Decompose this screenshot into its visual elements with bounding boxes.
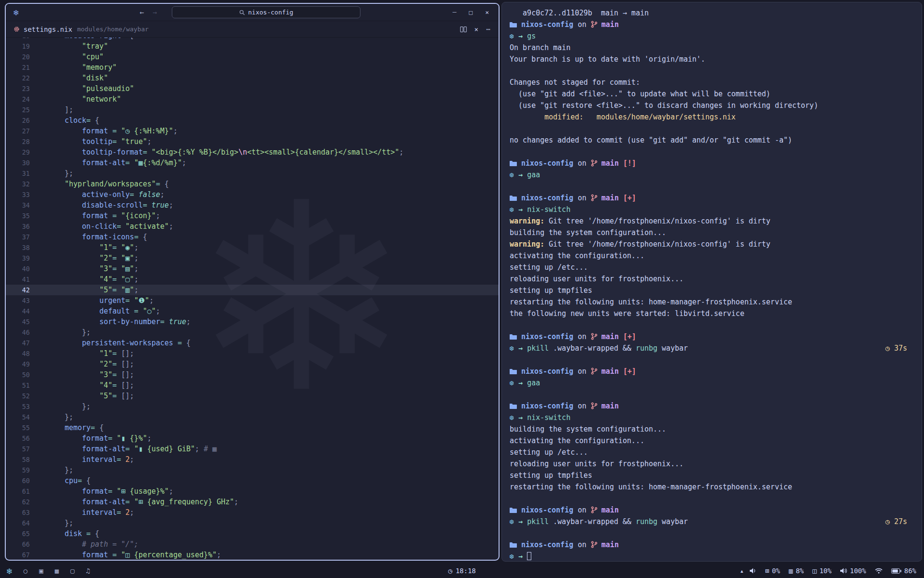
flake-icon: ❆ (510, 169, 514, 181)
code-line[interactable]: 45 sort-by-number= true; (6, 316, 499, 327)
code-line[interactable]: 59 }; (6, 465, 499, 475)
terminal-line: a9c0c72..d11029b main → main (502, 7, 922, 19)
terminal-line (502, 493, 922, 504)
code-line[interactable]: 46 }; (6, 327, 499, 338)
code-line[interactable]: 63 interval= 2; (6, 507, 499, 518)
nixos-menu-icon[interactable]: ❄ (7, 566, 12, 576)
line-number: 29 (6, 147, 30, 158)
code-line[interactable]: 24 "network" (6, 94, 499, 105)
waybar-clock-module[interactable]: ◷ 18:18 (448, 567, 476, 575)
code-line[interactable]: 55 memory= { (6, 422, 499, 433)
terminal-window[interactable]: a9c0c72..d11029b main → main nixos-confi… (501, 2, 922, 562)
code-line[interactable]: 48 "1"= []; (6, 348, 499, 359)
terminal-cursor (527, 552, 531, 560)
code-line[interactable]: 58 interval= 2; (6, 454, 499, 465)
code-line[interactable]: 62 format-alt= "⊞ {avg_frequency} GHz"; (6, 497, 499, 507)
more-menu-icon[interactable]: ⋯ (486, 25, 491, 34)
waybar-module-volume[interactable]: 100% (840, 567, 866, 575)
code-line[interactable]: 54 }; (6, 412, 499, 422)
code-line[interactable]: 37 format-icons= { (6, 232, 499, 242)
code-line[interactable]: 52 "5"= []; (6, 391, 499, 401)
waybar-module-disk[interactable]: ◫ 10% (812, 567, 832, 575)
close-window-button[interactable]: × (485, 9, 489, 16)
code-line[interactable]: 33 active-only= false; (6, 189, 499, 200)
code-line[interactable]: 32 "hyprland/workspaces"= { (6, 179, 499, 189)
code-line[interactable]: 18 modules-right= [ (6, 38, 499, 41)
screenshot-icon[interactable]: ▦ (55, 567, 59, 575)
code-line[interactable]: 34 disable-scroll= true; (6, 200, 499, 210)
line-number: 28 (6, 136, 30, 147)
terminal-line: ❆ → nix-switch (502, 412, 922, 423)
code-line[interactable]: 60 cpu= { (6, 475, 499, 486)
waybar-module-battery[interactable]: 86% (891, 567, 916, 575)
code-line[interactable]: 26 clock= { (6, 115, 499, 126)
branch-icon (591, 192, 597, 204)
code-line[interactable]: 38 "1"= "◉"; (6, 242, 499, 253)
code-line[interactable]: 57 format-alt= "▮ {used} GiB"; # ▦ (6, 444, 499, 454)
split-pane-icon[interactable] (460, 26, 467, 32)
code-line[interactable]: 27 format = "◷ {:%H:%M}"; (6, 126, 499, 136)
code-line[interactable]: 22 "disk" (6, 73, 499, 83)
terminal-line: building the system configuration... (502, 227, 922, 238)
waybar-module-memory[interactable]: ▥ 8% (789, 567, 804, 575)
code-line[interactable]: 21 "memory" (6, 62, 499, 73)
editor-window: ❄ ← → nixos-config ─ □ × settings.nix mo… (5, 3, 500, 561)
code-line[interactable]: 25 ]; (6, 105, 499, 115)
flake-icon: ❆ (510, 551, 514, 562)
code-line[interactable]: 56 format= "▮ {}%"; (6, 433, 499, 444)
terminal-line: reloading user units for frostphoenix... (502, 458, 922, 470)
code-line[interactable]: 23 "pulseaudio" (6, 83, 499, 94)
nav-back-button[interactable]: ← (140, 8, 144, 17)
code-line[interactable]: 53 }; (6, 401, 499, 412)
terminal-line: Changes not staged for commit: (502, 77, 922, 88)
code-editor[interactable]: ❄ 18 modules-right= [19 "tray"20 "cpu"21… (6, 38, 499, 560)
waybar-module-network[interactable] (875, 568, 883, 574)
code-line[interactable]: 40 "3"= "▤"; (6, 263, 499, 274)
line-number: 40 (6, 263, 30, 274)
waybar-module-cpu[interactable]: ⊞ 0% (765, 567, 780, 575)
code-line[interactable]: 43 urgent= "❶"; (6, 295, 499, 306)
code-line[interactable]: 39 "2"= "▣"; (6, 253, 499, 263)
code-line[interactable]: 42 "5"= "▥"; (6, 285, 499, 295)
media-icon[interactable]: ♫ (86, 567, 90, 575)
code-line[interactable]: 20 "cpu" (6, 52, 499, 62)
code-line[interactable]: 49 "2"= []; (6, 359, 499, 369)
code-line[interactable]: 19 "tray" (6, 41, 499, 52)
code-line[interactable]: 30 format-alt= "▦{:%d/%m}"; (6, 158, 499, 168)
code-line[interactable]: 35 format = "{icon}"; (6, 210, 499, 221)
line-number: 37 (6, 232, 30, 242)
workspaces-icon[interactable]: ▢ (70, 567, 74, 575)
terminal-line: (use "git add <file>..." to update what … (502, 88, 922, 100)
line-number: 31 (6, 168, 30, 179)
code-line[interactable]: 44 default = "○"; (6, 306, 499, 316)
code-line[interactable]: 66 # path = "/"; (6, 539, 499, 550)
code-line[interactable]: 28 tooltip= "true"; (6, 136, 499, 147)
project-search-text: nixos-config (248, 9, 294, 16)
code-line[interactable]: 61 format= "⊞ {usage}%"; (6, 486, 499, 497)
code-line[interactable]: 31 }; (6, 168, 499, 179)
power-icon[interactable]: ○ (24, 567, 27, 575)
line-number: 43 (6, 295, 30, 306)
tab-close-icon[interactable]: × (475, 26, 478, 33)
tray-volume-icon[interactable] (750, 568, 757, 574)
terminal-line: nixos-config on main (502, 19, 922, 30)
code-line[interactable]: 50 "3"= []; (6, 369, 499, 380)
code-line[interactable]: 64 }; (6, 518, 499, 528)
code-line[interactable]: 41 "4"= "▢"; (6, 274, 499, 285)
code-line[interactable]: 65 disk = { (6, 528, 499, 539)
code-line[interactable]: 51 "4"= []; (6, 380, 499, 391)
code-line[interactable]: 47 persistent-workspaces = { (6, 338, 499, 348)
editor-titlebar[interactable]: ❄ ← → nixos-config ─ □ × (6, 4, 499, 21)
terminal-line (502, 181, 922, 192)
code-line[interactable]: 67 format = "◫ {percentage_used}%"; (6, 550, 499, 560)
minimize-button[interactable]: ─ (453, 9, 457, 16)
tray-expand-icon[interactable]: ▴ (740, 567, 744, 575)
system-tray[interactable]: ▴ (740, 567, 756, 575)
terminal-launcher-icon[interactable]: ▣ (39, 567, 43, 575)
code-line[interactable]: 29 tooltip-format= "<big>{:%Y %B}</big>\… (6, 147, 499, 158)
maximize-button[interactable]: □ (469, 9, 473, 16)
terminal-line (502, 65, 922, 77)
project-search-box[interactable]: nixos-config (172, 6, 360, 18)
tab-file-name[interactable]: settings.nix (24, 26, 72, 33)
code-line[interactable]: 36 on-click= "activate"; (6, 221, 499, 232)
